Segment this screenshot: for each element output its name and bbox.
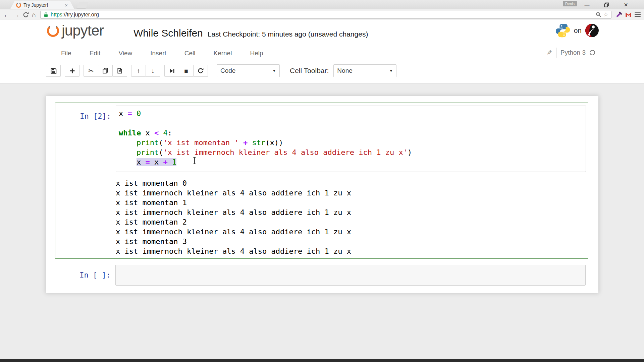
browser-menu-icon[interactable] [635, 12, 641, 17]
copy-cell-button[interactable] [98, 65, 113, 77]
notebook-title[interactable]: While Schleifen [133, 27, 203, 39]
code-line: x = x + 1 [119, 157, 583, 167]
title-block: While Schleifen Last Checkpoint: 5 minut… [133, 27, 368, 39]
window-minimize-button[interactable]: — [580, 1, 594, 9]
output-line: x ist immernoch kleiner als 4 also addie… [116, 246, 351, 256]
window-close-button[interactable]: × [619, 1, 633, 9]
reload-icon[interactable] [23, 12, 29, 18]
menu-help[interactable]: Help [250, 50, 263, 57]
url-text: https://try.jupyter.org [51, 12, 99, 18]
menu-kernel[interactable]: Kernel [213, 50, 232, 57]
cell-type-select[interactable]: Code ▼ [217, 64, 280, 77]
eyedropper-extension-icon[interactable] [616, 11, 622, 18]
home-icon[interactable]: ⌂ [32, 11, 36, 18]
chevron-down-icon: ▼ [268, 69, 276, 73]
chevron-down-icon: ▼ [385, 69, 393, 73]
code-token: while [119, 129, 141, 137]
output-line: x ist immernoch kleiner als 4 also addie… [116, 227, 351, 237]
window-maximize-button[interactable] [599, 1, 614, 9]
save-button[interactable] [46, 65, 61, 77]
copy-icon [102, 68, 108, 74]
new-tab-button[interactable] [76, 2, 89, 9]
checkpoint-status: Last Checkpoint: 5 minutes ago (unsaved … [208, 30, 368, 38]
browser-tab[interactable]: Try Jupyter! × [10, 1, 74, 9]
paste-icon [117, 68, 123, 74]
code-line: print('x ist immernoch kleiner als 4 als… [119, 147, 583, 157]
menu-insert[interactable]: Insert [150, 50, 166, 57]
output-line: x ist momentan 2 [116, 217, 351, 227]
notebook-header: jupyter While Schleifen Last Checkpoint:… [0, 20, 644, 84]
url-rest: ://try.jupyter.org [62, 12, 99, 17]
save-icon [50, 68, 57, 74]
code-token [248, 138, 252, 147]
code-token: < [154, 129, 159, 137]
input-prompt: In [ ]: [55, 264, 115, 286]
browser-profile-chip[interactable]: Denis [563, 1, 577, 6]
back-icon[interactable]: ← [3, 11, 10, 18]
output-prompt-spacer [55, 178, 116, 256]
cell-toolbar-label: Cell Toolbar: [290, 67, 329, 75]
cut-cell-button[interactable]: ✂ [84, 65, 98, 77]
jupyter-favicon-icon [16, 3, 21, 8]
restart-icon [198, 68, 204, 74]
code-token: 0 [137, 109, 141, 118]
interrupt-kernel-button[interactable]: ■ [179, 65, 194, 77]
url-field[interactable]: https://try.jupyter.org ☆ [40, 11, 611, 19]
empty-code-editor[interactable] [115, 265, 586, 286]
code-token: + [163, 158, 167, 166]
menu-cell[interactable]: Cell [184, 50, 196, 57]
tab-close-icon[interactable]: × [65, 3, 68, 8]
jupyter-logo-text: jupyter [62, 23, 104, 38]
code-token [119, 138, 137, 147]
menu-view[interactable]: View [118, 50, 132, 57]
menu-edit[interactable]: Edit [90, 50, 101, 57]
output-area: x ist momentan 0x ist immernoch kleiner … [116, 178, 351, 256]
forward-icon[interactable]: → [13, 11, 20, 18]
code-token [119, 148, 137, 157]
jupyter-logo[interactable]: jupyter [47, 23, 104, 38]
mail-extension-icon[interactable] [625, 11, 632, 18]
code-line: print('x ist momentan ' + str(x)) [119, 138, 583, 147]
run-cell-button[interactable] [164, 65, 179, 77]
cell-input-row: In [2]: x = 0 while x < 4: print('x ist … [55, 103, 588, 172]
code-token: = [128, 109, 132, 118]
browser-titlebar: Try Jupyter! × Denis — × [0, 0, 644, 9]
kernel-name: Python 3 [560, 49, 586, 56]
code-token: + [243, 138, 248, 147]
restart-kernel-button[interactable] [193, 65, 208, 77]
code-token: ) [408, 148, 412, 157]
mouse-ibeam-cursor [193, 157, 197, 164]
code-token [159, 129, 163, 137]
kernel-area: ✎ Python 3 [547, 48, 595, 58]
stop-icon: ■ [184, 68, 188, 74]
cell-toolbar-select[interactable]: None ▼ [333, 64, 396, 77]
code-token [168, 158, 172, 166]
cell-toolbar-value: None [337, 67, 352, 74]
output-line: x ist momentan 1 [116, 198, 351, 207]
bookmark-star-icon[interactable]: ☆ [603, 11, 608, 18]
code-cell-selected[interactable]: In [2]: x = 0 while x < 4: print('x ist … [55, 103, 588, 259]
screen-bottom-strip [0, 359, 644, 362]
plus-icon [69, 68, 75, 74]
move-cell-up-button[interactable]: ↑ [131, 65, 146, 77]
code-token: print [137, 138, 159, 147]
cut-icon: ✂ [88, 68, 94, 74]
output-line: x ist momentan 3 [116, 237, 351, 246]
screen: Try Jupyter! × Denis — × ← → ⌂ https://t… [0, 0, 644, 362]
zoom-icon[interactable] [596, 12, 601, 17]
empty-code-cell[interactable]: In [ ]: [55, 264, 588, 286]
paste-cell-button[interactable] [112, 65, 127, 77]
output-line: x ist immernoch kleiner als 4 also addie… [116, 207, 351, 217]
move-cell-down-button[interactable]: ↓ [146, 65, 160, 77]
code-token: 'x ist momentan ' [163, 138, 238, 147]
code-token: x [137, 158, 146, 166]
code-editor[interactable]: x = 0 while x < 4: print('x ist momentan… [116, 106, 586, 172]
code-token [239, 138, 243, 147]
input-prompt: In [2]: [55, 103, 116, 172]
code-line: while x < 4: [119, 128, 583, 138]
kernel-idle-indicator-icon [590, 50, 595, 55]
insert-cell-button[interactable] [65, 65, 79, 77]
menu-file[interactable]: File [61, 50, 71, 57]
code-token [119, 158, 137, 166]
output-line: x ist momentan 0 [116, 178, 351, 188]
